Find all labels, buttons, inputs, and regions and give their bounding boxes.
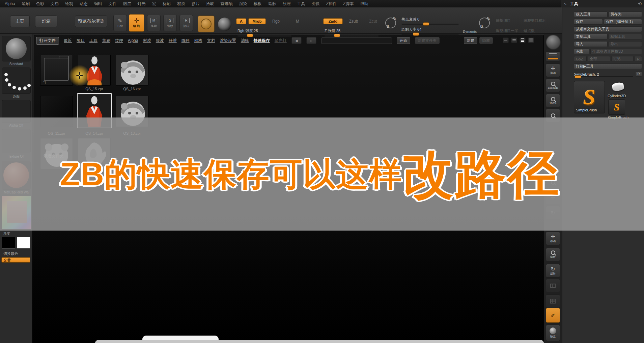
paste-tool-button[interactable]: 粘贴工具 [609, 34, 642, 39]
home-button[interactable]: 主页 [10, 16, 30, 27]
menu-zplugin[interactable]: Z插件 [326, 1, 337, 7]
tab-noise[interactable]: 噪波 [156, 38, 164, 44]
menu-texture[interactable]: 纹理 [283, 1, 291, 7]
menu-dynamic[interactable]: 动态 [80, 1, 88, 7]
menu-zscript[interactable]: Z脚本 [343, 1, 354, 7]
new-button[interactable]: 新建 [464, 37, 477, 44]
lightbox-button[interactable]: 灯箱 [35, 16, 57, 27]
rows-2-icon[interactable] [511, 37, 517, 43]
tool-slider-handle[interactable] [575, 75, 581, 78]
tab-material[interactable]: 材质 [143, 38, 151, 44]
import-button[interactable]: 导入 [574, 41, 608, 47]
zsub-toggle[interactable]: Zsub [346, 18, 361, 24]
solo-button[interactable]: 独立 [546, 325, 560, 341]
rgb-toggle[interactable]: Rgb [270, 18, 282, 24]
mrgb-toggle[interactable]: Mrgb [248, 18, 266, 24]
stroke-d-icon[interactable]: ✎ D [479, 18, 490, 28]
save-as-button[interactable]: 另存为 [609, 11, 642, 17]
menu-template[interactable]: 模板 [254, 1, 262, 7]
alpha-toggle[interactable]: A [236, 18, 246, 24]
menu-edit[interactable]: 编辑 [94, 1, 102, 7]
zoom2d-button[interactable]: Zoom2D [546, 79, 560, 92]
edit-active-button[interactable]: ✐ [546, 308, 560, 323]
z-intensity-slider[interactable] [325, 35, 379, 36]
prev-page-button[interactable]: ◀ [291, 37, 302, 44]
lightbox-tool-button[interactable]: 灯箱▶工具 [574, 63, 642, 69]
tool-slider-track[interactable] [574, 76, 633, 77]
rows-3-icon[interactable] [520, 37, 526, 43]
tab-array[interactable]: 阵列 [181, 38, 190, 44]
make-polymesh-button[interactable]: 生成多边形网格3D [590, 49, 642, 54]
load-tool-button[interactable]: 载入工具 [574, 11, 608, 17]
edit-mode-button[interactable]: ✎ Edit [113, 15, 127, 31]
frame-grid-button[interactable] [546, 279, 560, 292]
menu-stroke[interactable]: 笔触 [268, 1, 276, 7]
open-file-button[interactable]: 打开文件 [36, 37, 59, 45]
simplebrush-tool-thumbnail[interactable]: S [608, 99, 625, 115]
tab-tool[interactable]: 工具 [89, 38, 97, 44]
tab-filter[interactable]: 滤镜 [241, 38, 249, 44]
clone-button[interactable]: 克隆 [574, 49, 589, 54]
tab-mesh[interactable]: 网格 [194, 38, 202, 44]
tab-spotlight[interactable]: 聚光灯 [275, 38, 287, 44]
move-button[interactable]: ✛ 移动 [546, 232, 560, 245]
focal-shift-handle[interactable] [423, 22, 429, 26]
material-flat-button[interactable] [198, 16, 215, 32]
folder-up-thumbnail[interactable]: ↰ [40, 55, 73, 86]
save-increment-button[interactable]: 保存（编号加 1） [604, 19, 642, 25]
rgb-intensity-slider[interactable] [237, 35, 291, 36]
next-page-button[interactable]: ▶ [306, 37, 316, 44]
tab-document[interactable]: 文档 [207, 38, 215, 44]
move-mode-button[interactable]: M 移动 [147, 15, 161, 31]
preview-bpr-button[interactable]: 预览布尔渲染 [75, 16, 107, 27]
rows-4-icon[interactable] [528, 37, 534, 43]
menu-file[interactable]: 文件 [109, 1, 117, 7]
menu-layer[interactable]: 图层 [123, 1, 131, 7]
focal-shift-slider[interactable] [401, 24, 459, 25]
menu-preferences[interactable]: 首选项 [221, 1, 233, 7]
secondary-color-swatch[interactable] [17, 237, 30, 248]
cylinder-tool-thumbnail[interactable] [608, 80, 628, 94]
scroll-button[interactable]: ✛ 滚动 [546, 63, 560, 77]
current-brush-thumbnail[interactable] [2, 36, 31, 61]
tab-brush[interactable]: 笔刷 [102, 38, 110, 44]
menu-document[interactable]: 文档 [51, 1, 59, 7]
copy-tool-button[interactable]: 复制工具 [574, 34, 608, 39]
menu-brush[interactable]: 笔刷 [22, 1, 30, 7]
rotate-mode-button[interactable]: R 旋转 [179, 15, 193, 31]
draw-mode-button[interactable]: ✛ 绘 制 [129, 14, 144, 32]
zadd-toggle[interactable]: Zadd [323, 18, 343, 24]
menu-marker[interactable]: 标记 [163, 1, 171, 7]
collapse-arrow-icon[interactable]: ↖ [563, 1, 567, 6]
tab-texture[interactable]: 纹理 [115, 38, 123, 44]
menu-material[interactable]: 材质 [177, 1, 185, 7]
new-folder-button[interactable]: 新建文件夹 [415, 37, 440, 44]
scale-mode-button[interactable]: S 缩放 [163, 15, 177, 31]
menu-draw[interactable]: 绘制 [65, 1, 73, 7]
polyframe-button[interactable] [546, 294, 560, 308]
bpr-render-button[interactable] [546, 35, 560, 49]
dynamic-toggle[interactable]: Dynamic [463, 30, 477, 33]
goz-all-button[interactable]: 全部 [588, 56, 610, 62]
draw-size-slider[interactable] [401, 34, 459, 35]
menu-transform[interactable]: 变换 [312, 1, 320, 7]
menu-picker[interactable]: 拾取 [206, 1, 214, 7]
tab-quicksave[interactable]: 快速保存 [254, 38, 270, 44]
save-button[interactable]: 保存 [574, 19, 603, 25]
current-material-button[interactable] [217, 17, 232, 32]
path-input[interactable] [321, 37, 392, 44]
menu-light[interactable]: 灯光 [138, 1, 146, 7]
tool-r-button[interactable]: R [635, 72, 642, 77]
rows-1-icon[interactable] [503, 37, 509, 43]
stroke-preview-button[interactable] [546, 51, 560, 61]
current-stroke-thumbnail[interactable] [2, 68, 31, 94]
menu-color[interactable]: 色彩 [36, 1, 44, 7]
scale-button[interactable]: 缩放 [546, 248, 560, 261]
stroke-s-icon[interactable]: ✎ S [385, 18, 396, 28]
zcut-toggle[interactable]: Zcut [366, 18, 380, 24]
tab-recent[interactable]: 最近 [64, 38, 72, 44]
menu-macro[interactable]: 宏 [152, 1, 156, 7]
menu-render[interactable]: 渲染 [239, 1, 247, 7]
z-intensity-handle[interactable] [334, 34, 340, 37]
export-button[interactable]: 导出 [609, 41, 642, 47]
